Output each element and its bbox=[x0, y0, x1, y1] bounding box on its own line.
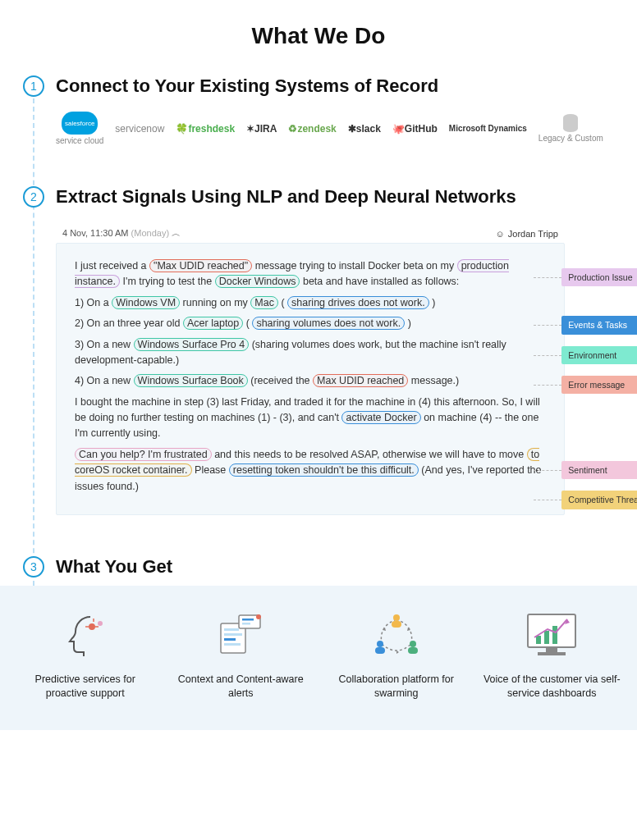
svg-rect-4 bbox=[224, 633, 242, 636]
benefits-row: Predictive services for proactive suppor… bbox=[0, 586, 637, 730]
benefit-predictive: Predictive services for proactive suppor… bbox=[16, 609, 155, 701]
hl-event: resetting token shouldn't be this diffic… bbox=[229, 463, 419, 477]
dashboard-icon bbox=[523, 611, 580, 659]
svg-point-10 bbox=[256, 614, 261, 619]
svg-rect-16 bbox=[408, 647, 418, 654]
database-icon bbox=[563, 114, 578, 132]
callout-production: Production Issue bbox=[561, 268, 637, 286]
svg-rect-9 bbox=[242, 623, 250, 625]
benefit-predictive-label: Predictive services for proactive suppor… bbox=[16, 673, 155, 701]
logo-salesforce: salesforce service cloud bbox=[56, 112, 103, 145]
predictive-head-icon bbox=[59, 612, 112, 658]
benefit-dashboard: Voice of the customer via self-service d… bbox=[482, 609, 621, 701]
svg-rect-6 bbox=[224, 643, 241, 646]
message-author-name: Jordan Tripp bbox=[508, 229, 558, 239]
svg-rect-18 bbox=[546, 647, 557, 652]
benefit-collab: Collaboration platform for swarming bbox=[327, 609, 466, 701]
logo-freshdesk: 🍀freshdesk bbox=[176, 123, 235, 135]
integration-logos: salesforce service cloud servicenow 🍀fre… bbox=[43, 97, 621, 145]
signal-callouts: Production Issue Events & Tasks Environm… bbox=[561, 268, 637, 509]
collaboration-icon bbox=[367, 609, 426, 660]
svg-rect-5 bbox=[224, 638, 236, 641]
logo-slack: ✱slack bbox=[348, 123, 381, 135]
benefit-collab-label: Collaboration platform for swarming bbox=[327, 673, 466, 701]
step-1-number: 1 bbox=[23, 75, 44, 97]
hl-env: Mac bbox=[250, 296, 278, 309]
svg-rect-22 bbox=[552, 626, 557, 644]
callout-events: Events & Tasks bbox=[561, 316, 637, 334]
hl-event: sharing volumes does not work. bbox=[252, 317, 405, 330]
step-1: 1 Connect to Your Existing Systems of Re… bbox=[43, 75, 621, 186]
step-3-number: 3 bbox=[23, 556, 44, 578]
logo-jira: ✶JIRA bbox=[246, 123, 277, 135]
alerts-icon bbox=[214, 612, 267, 658]
svg-rect-3 bbox=[224, 628, 239, 631]
benefit-alerts: Context and Content-aware alerts bbox=[171, 609, 310, 701]
svg-rect-19 bbox=[538, 652, 566, 655]
benefit-alerts-label: Context and Content-aware alerts bbox=[171, 673, 310, 701]
hl-env: Acer laptop bbox=[183, 317, 243, 330]
svg-rect-8 bbox=[242, 619, 254, 621]
hl-event: activate Docker bbox=[341, 411, 420, 424]
logo-zendesk: ♻zendesk bbox=[288, 123, 336, 135]
message-panel: 4 Nov, 11:30 AM (Monday) ︿ ☺ Jordan Trip… bbox=[56, 224, 565, 515]
callout-environment: Environment bbox=[561, 346, 637, 364]
logo-msdynamics: Microsoft Dynamics bbox=[449, 125, 527, 133]
benefit-dashboard-label: Voice of the customer via self-service d… bbox=[482, 673, 621, 701]
step-3: 3 What You Get bbox=[43, 556, 621, 586]
message-date: 4 Nov, 11:30 AM bbox=[62, 228, 129, 238]
hl-env: Docker Windows bbox=[215, 275, 300, 288]
step-2-number: 2 bbox=[23, 186, 44, 208]
svg-point-11 bbox=[393, 614, 400, 621]
svg-point-1 bbox=[98, 621, 103, 626]
callout-error: Error message bbox=[561, 376, 637, 394]
user-icon: ☺ bbox=[496, 229, 505, 239]
logo-github: 🐙GitHub bbox=[392, 123, 438, 135]
salesforce-subtitle: service cloud bbox=[56, 136, 103, 145]
logo-legacy: Legacy & Custom bbox=[538, 114, 603, 143]
svg-point-13 bbox=[377, 641, 383, 647]
step-2: 2 Extract Signals Using NLP and Deep Neu… bbox=[43, 186, 621, 556]
step-3-heading: What You Get bbox=[43, 556, 621, 578]
hl-env: Windows Surface Book bbox=[134, 374, 248, 387]
callout-competitive: Competitive Threads bbox=[561, 491, 637, 509]
callout-sentiment: Sentiment bbox=[561, 461, 637, 479]
svg-rect-14 bbox=[375, 647, 385, 654]
hl-error: "Max UDID reached" bbox=[149, 259, 252, 272]
svg-rect-20 bbox=[536, 636, 541, 644]
hl-env: Windows VM bbox=[112, 296, 180, 309]
message-meta: 4 Nov, 11:30 AM (Monday) ︿ ☺ Jordan Trip… bbox=[56, 224, 565, 243]
page-title: What We Do bbox=[0, 0, 637, 75]
svg-point-15 bbox=[410, 641, 416, 647]
legacy-label: Legacy & Custom bbox=[538, 134, 603, 143]
chevron-up-icon: ︿ bbox=[172, 228, 181, 238]
message-day: (Monday) bbox=[131, 228, 169, 238]
salesforce-cloud-icon: salesforce bbox=[62, 112, 98, 135]
message-body: I just received a "Max UDID reached" mes… bbox=[56, 243, 565, 515]
message-author: ☺ Jordan Tripp bbox=[496, 229, 558, 239]
svg-point-0 bbox=[89, 623, 95, 630]
svg-rect-12 bbox=[392, 621, 401, 628]
svg-rect-21 bbox=[544, 631, 549, 644]
timeline-line bbox=[33, 98, 34, 586]
hl-event: sharing drives does not work. bbox=[287, 296, 429, 309]
timeline: 1 Connect to Your Existing Systems of Re… bbox=[0, 75, 637, 586]
hl-env: Windows Surface Pro 4 bbox=[134, 338, 250, 351]
logo-servicenow: servicenow bbox=[115, 123, 164, 135]
step-1-heading: Connect to Your Existing Systems of Reco… bbox=[43, 75, 621, 97]
step-2-heading: Extract Signals Using NLP and Deep Neura… bbox=[43, 186, 621, 208]
hl-sentiment: Can you help? I'm frustrated bbox=[75, 448, 212, 461]
hl-error: Max UDID reached bbox=[313, 374, 408, 387]
